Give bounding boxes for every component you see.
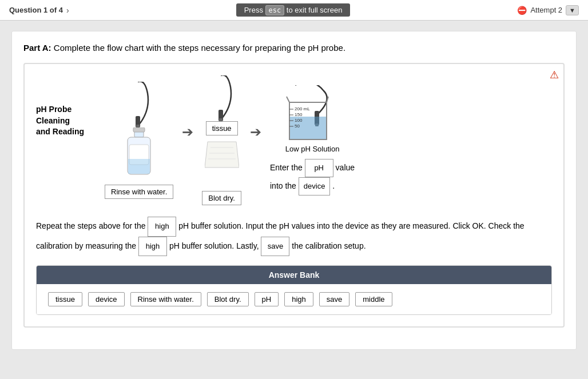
esc-notice: Press esc to exit full screen bbox=[236, 3, 351, 17]
attempt-section: ⛔ Attempt 2 ▼ bbox=[517, 5, 579, 15]
into-text: into the bbox=[270, 181, 296, 190]
blot-text: Blot dry. bbox=[208, 194, 235, 202]
bottle-svg bbox=[119, 127, 159, 185]
sentence-start: Repeat the steps above for the bbox=[36, 221, 145, 230]
flag-icon: ⚠ bbox=[550, 69, 559, 81]
answer-bank-body: tissuedeviceRinse with water.Blot dry.pH… bbox=[37, 284, 551, 314]
answer-token[interactable]: device bbox=[88, 292, 125, 306]
attempt-dropdown[interactable]: ▼ bbox=[566, 5, 579, 15]
svg-text:150: 150 bbox=[295, 112, 303, 117]
answer-bank: Answer Bank tissuedeviceRinse with water… bbox=[36, 265, 552, 315]
probe-svg-1 bbox=[128, 82, 150, 127]
arrow-2: ➔ bbox=[250, 124, 261, 140]
esc-after-text: to exit full screen bbox=[287, 6, 343, 14]
nav-arrow[interactable]: › bbox=[66, 6, 69, 15]
svg-rect-6 bbox=[128, 159, 150, 174]
tissue-svg bbox=[205, 139, 239, 170]
svg-text:50: 50 bbox=[295, 123, 300, 129]
probe-beaker-svg: 200 mL 150 100 50 bbox=[278, 85, 347, 142]
esc-press-text: Press bbox=[244, 6, 263, 14]
probe-label: pH ProbeCleaningand Reading bbox=[36, 104, 93, 138]
top-bar: Question 1 of 4 › Press esc to exit full… bbox=[0, 0, 588, 21]
answer-token[interactable]: pH bbox=[255, 292, 279, 306]
enter-text1: Enter the bbox=[270, 163, 303, 172]
part-text: Complete the flow chart with the steps n… bbox=[54, 43, 345, 53]
part-label: Part A: Complete the flow chart with the… bbox=[23, 43, 565, 53]
part-a: Part A: bbox=[23, 43, 51, 53]
period: . bbox=[332, 181, 335, 190]
svg-text:200 mL: 200 mL bbox=[295, 106, 310, 111]
answer-token[interactable]: save bbox=[319, 292, 349, 306]
svg-text:100: 100 bbox=[295, 118, 303, 123]
high-box-2: high bbox=[138, 237, 167, 257]
flow-steps: Rinse with water. ➔ bbox=[105, 75, 552, 205]
blot-box: Blot dry. bbox=[202, 191, 241, 205]
step1-group: Rinse with water. bbox=[105, 82, 173, 199]
ph-entry: Enter the pH value into the device . bbox=[270, 159, 355, 196]
attempt-label: Attempt 2 bbox=[530, 6, 562, 14]
sentence-mid2: pH buffer solution. Lastly, bbox=[169, 241, 259, 250]
step2-group: tissue Blot dry. bbox=[202, 75, 241, 205]
sentence-end: the calibration setup. bbox=[292, 241, 365, 250]
high-box-1: high bbox=[148, 217, 176, 237]
rinse-box: Rinse with water. bbox=[105, 185, 173, 199]
beaker-label: Low pH Solution bbox=[285, 145, 340, 153]
answer-token[interactable]: high bbox=[284, 292, 313, 306]
answer-token[interactable]: middle bbox=[355, 292, 392, 306]
svg-rect-3 bbox=[133, 127, 145, 132]
arrow-1: ➔ bbox=[182, 124, 193, 140]
ban-icon: ⛔ bbox=[517, 6, 527, 15]
tissue-text: tissue bbox=[212, 124, 232, 133]
answer-bank-header: Answer Bank bbox=[37, 266, 551, 284]
main-content: Part A: Complete the flow chart with the… bbox=[0, 21, 588, 360]
answer-token[interactable]: Rinse with water. bbox=[130, 292, 201, 306]
question-card: Part A: Complete the flow chart with the… bbox=[11, 31, 577, 350]
ph-box: pH bbox=[305, 159, 333, 177]
rinse-text: Rinse with water. bbox=[111, 187, 167, 196]
flow-area: ⚠ pH ProbeCleaningand Reading bbox=[23, 63, 565, 328]
device-box: device bbox=[299, 177, 331, 196]
tissue-box: tissue bbox=[206, 121, 238, 135]
answer-token[interactable]: Blot dry. bbox=[207, 292, 249, 306]
probe-section: pH ProbeCleaningand Reading bbox=[36, 75, 552, 205]
esc-key: esc bbox=[265, 5, 285, 15]
svg-marker-9 bbox=[205, 142, 239, 167]
text-block: Repeat the steps above for the high pH b… bbox=[36, 217, 552, 256]
enter-text2: value bbox=[336, 163, 355, 172]
answer-token[interactable]: tissue bbox=[48, 292, 82, 306]
save-box: save bbox=[261, 237, 289, 257]
question-nav: Question 1 of 4 › bbox=[9, 6, 69, 15]
question-label: Question 1 of 4 bbox=[9, 6, 63, 14]
beaker-section: 200 mL 150 100 50 Low pH Solution Enter … bbox=[270, 85, 355, 196]
probe-svg-2 bbox=[210, 75, 233, 121]
